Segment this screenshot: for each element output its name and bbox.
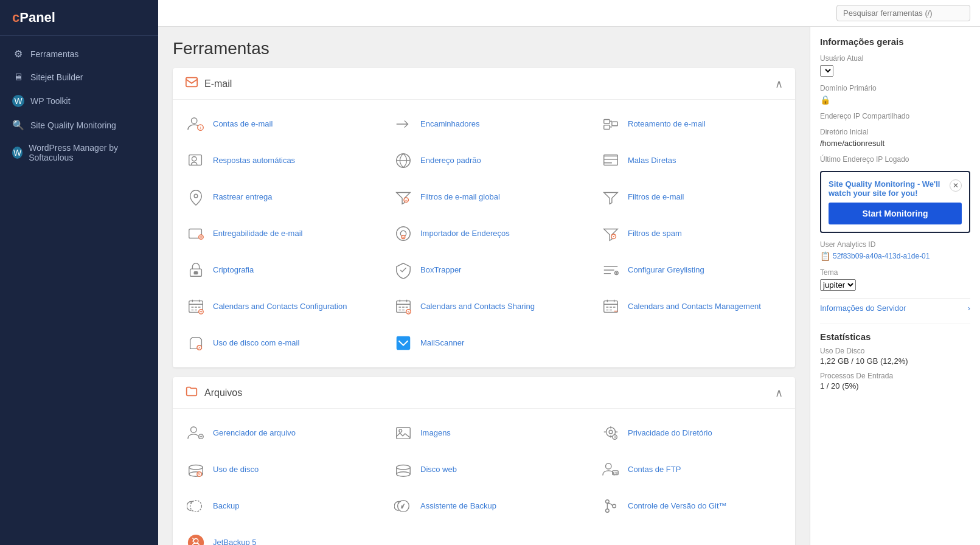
entrada-stat: Processos De Entrada 1 / 20 (5%) xyxy=(820,372,970,391)
tool-filtros-email-global[interactable]: + Filtros de e-mail global xyxy=(380,179,588,215)
tool-uso-disco-email[interactable]: Uso de disco com e-mail xyxy=(173,325,380,361)
tool-endereco-padrao[interactable]: Endereço padrão xyxy=(380,142,588,179)
tool-label: Endereço padrão xyxy=(420,156,481,166)
primary-domain-label: Domínio Primário xyxy=(820,84,970,92)
email-section-icon xyxy=(185,75,198,92)
tool-assistente-backup[interactable]: Assistente de Backup xyxy=(380,488,588,524)
current-user-select[interactable] xyxy=(820,65,833,77)
svg-point-1 xyxy=(192,118,197,123)
disk-usage-stat: Uso De Disco 1,22 GB / 10 GB (12,2%) xyxy=(820,347,970,366)
tool-entregabilidade-email[interactable]: Entregabilidade de e-mail xyxy=(173,215,380,252)
tool-encaminhadores[interactable]: Encaminhadores xyxy=(380,106,588,142)
svg-rect-28 xyxy=(604,301,618,313)
sitejet-icon: 🖥 xyxy=(12,72,24,83)
tool-backup[interactable]: Backup xyxy=(173,488,380,524)
sidebar-item-ferramentas[interactable]: ⚙ Ferramentas xyxy=(0,42,158,66)
svg-point-56 xyxy=(190,501,202,512)
last-ip-row: Último Endereço IP Logado xyxy=(820,155,970,164)
monitoring-box: Site Quality Monitoring - We'll watch yo… xyxy=(820,171,970,233)
tool-label: Importador de Endereços xyxy=(420,229,510,239)
collapse-email-btn[interactable]: ∧ xyxy=(775,77,783,91)
search-input[interactable] xyxy=(836,5,970,21)
tool-label: Calendars and Contacts Configuration xyxy=(213,302,347,312)
tool-label: Criptografia xyxy=(213,265,254,276)
sidebar-item-wp-manager[interactable]: W WordPress Manager by Softaculous xyxy=(0,137,158,168)
copy-icon[interactable]: 📋 xyxy=(820,251,830,261)
tool-label: Disco web xyxy=(420,465,457,475)
home-dir-value: /home/actionresult xyxy=(820,139,970,148)
tool-imagens[interactable]: Imagens xyxy=(380,415,588,451)
tool-gerenciador-arquivo[interactable]: Gerenciador de arquivo xyxy=(173,415,380,451)
tool-filtros-email[interactable]: Filtros de e-mail xyxy=(588,179,795,215)
server-info-link[interactable]: Informações do Servidor › xyxy=(820,298,970,318)
general-info-title: Informações gerais xyxy=(820,36,970,47)
tool-importador-enderecos[interactable]: + Importador de Endereços xyxy=(380,215,588,252)
tool-empty xyxy=(588,325,795,361)
svg-point-60 xyxy=(613,504,616,508)
sidebar-item-wp-toolkit[interactable]: W WP Toolkit xyxy=(0,89,158,113)
tool-git[interactable]: Controle de Versão do Git™ xyxy=(588,488,795,524)
tool-uso-disco[interactable]: Uso de disco xyxy=(173,451,380,488)
tool-calendars-sharing[interactable]: Calendars and Contacts Sharing xyxy=(380,288,588,325)
logo: cPanel xyxy=(0,0,158,36)
divider xyxy=(820,324,970,324)
svg-point-8 xyxy=(192,156,196,161)
current-user-row: Usuário Atual xyxy=(820,54,970,77)
tool-roteamento-email[interactable]: Roteamento de e-mail xyxy=(588,106,795,142)
tool-label: Malas Diretas xyxy=(628,156,676,166)
tool-configurar-greylisting[interactable]: Configurar Greylisting xyxy=(588,252,795,288)
tool-rastrear-entrega[interactable]: Rastrear entrega xyxy=(173,179,380,215)
tool-privacidade-diretorio[interactable]: Privacidade do Diretório xyxy=(588,415,795,451)
sidebar-item-label: WordPress Manager by Softaculous xyxy=(29,143,146,162)
svg-text:+: + xyxy=(199,125,202,131)
tool-calendars-config[interactable]: Calendars and Contacts Configuration xyxy=(173,288,380,325)
tool-contas-ftp[interactable]: FTP Contas de FTP xyxy=(588,451,795,488)
tool-label: JetBackup 5 xyxy=(213,538,257,545)
monitoring-title: Site Quality Monitoring - We'll watch yo… xyxy=(829,179,950,198)
theme-select[interactable]: jupiter xyxy=(820,279,856,291)
monitoring-close-btn[interactable]: ✕ xyxy=(950,179,962,192)
entrada-label: Processos De Entrada xyxy=(820,372,970,380)
tool-contas-email[interactable]: + Contas de e-mail xyxy=(173,106,380,142)
svg-point-49 xyxy=(397,472,411,477)
tool-label: Contas de FTP xyxy=(628,465,681,475)
section-header-arquivos[interactable]: Arquivos ∧ xyxy=(173,377,795,409)
section-header-email[interactable]: E-mail ∧ xyxy=(173,68,795,100)
tool-criptografia[interactable]: Criptografia xyxy=(173,252,380,288)
svg-text:FTP: FTP xyxy=(613,472,618,475)
start-monitoring-btn[interactable]: Start Monitoring xyxy=(829,203,962,224)
tool-label: Gerenciador de arquivo xyxy=(213,428,296,439)
svg-rect-4 xyxy=(604,120,610,124)
section-arquivos: Arquivos ∧ Gerenciador de arqui xyxy=(173,377,795,545)
tools-icon: ⚙ xyxy=(12,48,24,60)
files-section-icon xyxy=(185,384,198,401)
disk-usage-value: 1,22 GB / 10 GB (12,2%) xyxy=(820,356,970,366)
tool-respostas-automaticas[interactable]: Respostas automáticas xyxy=(173,142,380,179)
tool-calendars-management[interactable]: Calendars and Contacts Management xyxy=(588,288,795,325)
svg-point-33 xyxy=(191,427,196,432)
main-area: Ferramentas E-mail ∧ xyxy=(158,0,980,545)
svg-point-53 xyxy=(606,463,611,469)
tool-boxtrapper[interactable]: BoxTrapper xyxy=(380,252,588,288)
tool-filtros-spam[interactable]: Filtros de spam xyxy=(588,215,795,252)
tool-mailscanner[interactable]: MailScanner xyxy=(380,325,588,361)
svg-rect-6 xyxy=(612,122,617,126)
tool-label: Privacidade do Diretório xyxy=(628,428,712,439)
tools-area: Ferramentas E-mail ∧ xyxy=(158,27,810,545)
sidebar-item-sitejet[interactable]: 🖥 Sitejet Builder xyxy=(0,66,158,89)
tool-jetbackup[interactable]: JetBackup 5 xyxy=(173,524,380,545)
tool-label: Respostas automáticas xyxy=(213,156,295,166)
tool-label: Assistente de Backup xyxy=(420,501,496,512)
tool-malas-diretas[interactable]: Malas Diretas xyxy=(588,142,795,179)
analytics-label: User Analytics ID xyxy=(820,240,970,249)
sidebar: cPanel ⚙ Ferramentas 🖥 Sitejet Builder W… xyxy=(0,0,158,545)
collapse-arquivos-btn[interactable]: ∧ xyxy=(775,386,783,400)
svg-point-58 xyxy=(606,500,610,504)
tool-disco-web[interactable]: Disco web xyxy=(380,451,588,488)
right-panel: Informações gerais Usuário Atual Domínio… xyxy=(810,27,980,545)
tool-label: Contas de e-mail xyxy=(213,119,273,130)
tool-label: Entregabilidade de e-mail xyxy=(213,229,302,239)
sidebar-item-site-quality[interactable]: 🔍 Site Quality Monitoring xyxy=(0,113,158,137)
tool-label: Controle de Versão do Git™ xyxy=(628,501,727,512)
email-tool-grid: + Contas de e-mail Encaminhadores xyxy=(173,100,795,367)
